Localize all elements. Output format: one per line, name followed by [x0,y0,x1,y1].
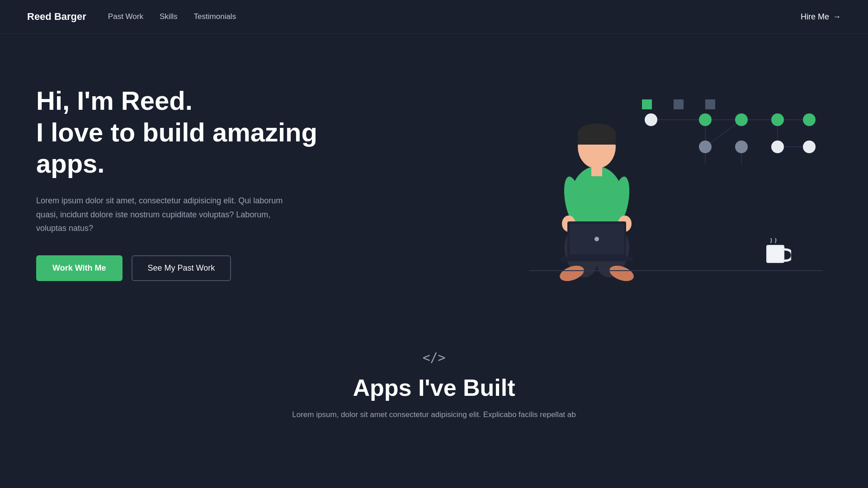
nav-item-testimonials[interactable]: Testimonials [194,12,236,21]
hero-illustration [515,70,832,296]
code-icon: </> [423,350,446,365]
work-with-me-button[interactable]: Work With Me [36,255,123,281]
svg-point-21 [803,141,816,153]
svg-rect-10 [642,99,652,109]
apps-section: </> Apps I've Built Lorem ipsum, dolor s… [0,323,868,433]
hero-description: Lorem ipsum dolor sit amet, consectetur … [36,194,298,235]
svg-point-17 [803,113,816,126]
nav-item-skills[interactable]: Skills [160,12,178,21]
hero-buttons: Work With Me See My Past Work [36,255,344,281]
apps-section-description: Lorem ipsum, dolor sit amet consectetur … [292,410,576,419]
developer-figure [542,120,660,282]
svg-point-16 [771,113,784,126]
ground-line [529,270,823,271]
nav-item-past-work[interactable]: Past Work [108,12,143,21]
hire-me-label: Hire Me [801,12,829,22]
svg-rect-38 [561,257,633,261]
svg-point-18 [699,141,712,153]
nav-link-testimonials[interactable]: Testimonials [194,12,236,21]
coffee-cup [764,238,791,270]
svg-point-14 [699,113,712,126]
see-past-work-button[interactable]: See My Past Work [132,255,231,281]
svg-rect-40 [768,246,783,262]
svg-rect-12 [705,99,715,109]
svg-point-37 [594,237,599,241]
svg-point-15 [735,113,748,126]
apps-section-title: Apps I've Built [353,374,515,401]
svg-rect-24 [578,133,616,145]
nav-left: Reed Barger Past Work Skills Testimonial… [27,11,236,23]
svg-rect-11 [674,99,684,109]
hero-content: Hi, I'm Reed. I love to build amazing ap… [36,85,344,281]
svg-point-20 [771,141,784,153]
nav-link-past-work[interactable]: Past Work [108,12,143,21]
nav-links: Past Work Skills Testimonials [108,12,236,21]
nav-link-skills[interactable]: Skills [160,12,178,21]
hire-me-button[interactable]: Hire Me → [801,12,841,22]
hero-title-line1: Hi, I'm Reed. [36,86,193,115]
hero-section: Hi, I'm Reed. I love to build amazing ap… [0,34,868,323]
svg-point-19 [735,141,748,153]
hire-me-arrow: → [833,12,841,22]
navbar: Reed Barger Past Work Skills Testimonial… [0,0,868,34]
hero-title: Hi, I'm Reed. I love to build amazing ap… [36,85,344,179]
svg-rect-26 [591,165,602,176]
svg-line-5 [705,120,741,147]
nav-brand[interactable]: Reed Barger [27,11,86,23]
hero-title-line2: I love to build amazing apps. [36,117,317,178]
